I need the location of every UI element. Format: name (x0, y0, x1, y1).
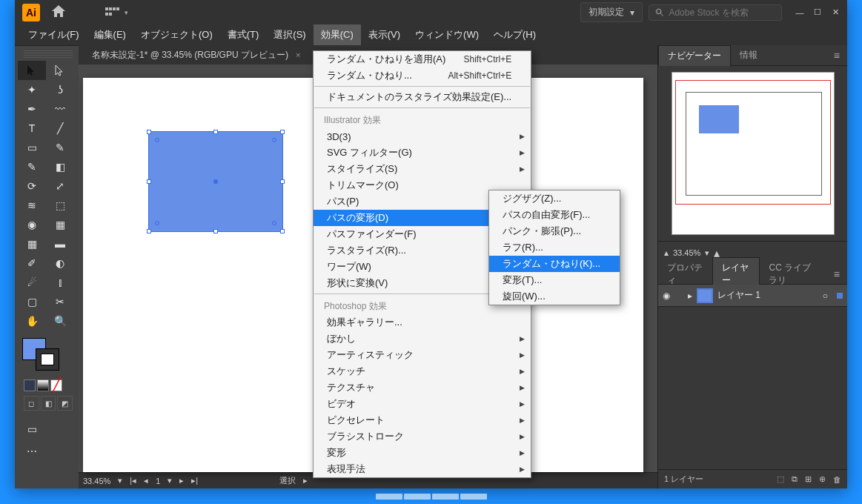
chevron-down-icon[interactable]: ▾ (168, 476, 172, 485)
navigator-thumbnail[interactable] (672, 72, 835, 235)
menu-file[interactable]: ファイル(F) (21, 24, 87, 45)
slice-tool[interactable]: ✂ (46, 292, 74, 311)
next-artboard-icon[interactable]: ▸ (179, 476, 184, 485)
rectangle-tool[interactable]: ▭ (18, 138, 46, 157)
menu-brush-strokes[interactable]: ブラシストローク (314, 428, 531, 445)
menu-stylize-ps[interactable]: 表現手法 (314, 461, 531, 477)
draw-inside[interactable]: ◩ (57, 396, 73, 411)
chevron-down-icon[interactable]: ▾ (118, 476, 122, 485)
edit-toolbar[interactable]: ⋯ (18, 442, 46, 461)
layout-switcher[interactable]: ▾ (87, 7, 128, 18)
width-tool[interactable]: ≋ (18, 196, 46, 215)
submenu-roughen[interactable]: ラフ(R)... (489, 239, 620, 256)
last-artboard-icon[interactable]: ▸| (191, 476, 198, 485)
home-icon[interactable] (52, 5, 65, 20)
menu-stylize[interactable]: スタイライズ(S) (314, 161, 531, 177)
menu-edit[interactable]: 編集(E) (87, 24, 133, 45)
eyedropper-tool[interactable]: ✐ (18, 253, 46, 273)
menu-texture[interactable]: テクスチャ (314, 379, 531, 396)
stock-search[interactable] (649, 4, 782, 21)
close-button[interactable]: ✕ (828, 7, 843, 19)
free-transform-tool[interactable]: ⬚ (46, 196, 74, 215)
tab-info[interactable]: 情報 (731, 45, 766, 65)
submenu-transform[interactable]: 変形(T)... (489, 272, 620, 288)
maximize-button[interactable]: ☐ (810, 7, 825, 19)
hand-tool[interactable]: ✋ (18, 311, 46, 331)
document-tab[interactable]: 名称未設定-1* @ 33.45% (RGB/GPU プレビュー) × (86, 46, 306, 64)
symbol-sprayer-tool[interactable]: ☄ (18, 273, 46, 292)
chevron-right-icon[interactable]: ▸ (303, 476, 308, 485)
layer-row[interactable]: ◉ ▸ レイヤー 1 ○ (658, 285, 847, 307)
menu-object[interactable]: オブジェクト(O) (133, 24, 220, 45)
minimize-button[interactable]: — (792, 7, 807, 19)
curvature-tool[interactable]: 〰 (46, 99, 74, 119)
menu-window[interactable]: ウィンドウ(W) (408, 24, 486, 45)
menu-last-effect[interactable]: ランダム・ひねり...Alt+Shift+Ctrl+E (314, 67, 531, 84)
mesh-tool[interactable]: ▦ (18, 234, 46, 253)
selected-rectangle[interactable] (148, 131, 283, 232)
gradient-mode[interactable] (37, 379, 49, 391)
menu-select[interactable]: 選択(S) (266, 24, 313, 45)
chevron-down-icon[interactable]: ▾ (705, 248, 709, 258)
submenu-zigzag[interactable]: ジグザグ(Z)... (489, 190, 620, 207)
tab-navigator[interactable]: ナビゲーター (658, 45, 731, 66)
draw-normal[interactable]: ◻ (24, 396, 39, 411)
menu-3d[interactable]: 3D(3) (314, 128, 531, 145)
new-layer-icon[interactable]: ⊕ (819, 474, 826, 484)
search-input[interactable] (669, 7, 775, 18)
scale-tool[interactable]: ⤢ (46, 176, 74, 196)
expand-icon[interactable]: ▸ (688, 291, 692, 301)
panel-menu-icon[interactable]: ≡ (826, 268, 847, 280)
menu-effect[interactable]: 効果(C) (314, 24, 361, 45)
submenu-free-distort[interactable]: パスの自由変形(F)... (489, 207, 620, 223)
column-graph-tool[interactable]: ⫿ (46, 273, 74, 292)
direct-selection-tool[interactable] (46, 61, 74, 80)
draw-behind[interactable]: ◧ (41, 396, 56, 411)
shaper-tool[interactable]: ✎ (18, 157, 46, 176)
new-sublayer-icon[interactable]: ⊞ (805, 474, 812, 484)
menu-pixelate[interactable]: ピクセレート (314, 412, 531, 428)
gradient-tool[interactable]: ▬ (46, 234, 74, 253)
menu-doc-raster-settings[interactable]: ドキュメントのラスタライズ効果設定(E)... (314, 89, 531, 105)
zoom-tool[interactable]: 🔍 (46, 311, 74, 331)
submenu-pucker-bloat[interactable]: パンク・膨張(P)... (489, 223, 620, 239)
zoom-out-icon[interactable]: ▴ (664, 248, 669, 258)
clipping-mask-icon[interactable]: ⧉ (792, 474, 798, 484)
none-mode[interactable]: ╱ (50, 379, 62, 391)
submenu-twist[interactable]: 旋回(W)... (489, 288, 620, 305)
menu-artistic[interactable]: アーティスティック (314, 347, 531, 363)
menu-video[interactable]: ビデオ (314, 396, 531, 412)
workspace-dropdown[interactable]: 初期設定 ▾ (580, 2, 643, 22)
layer-name[interactable]: レイヤー 1 (717, 289, 760, 302)
artboard-tool[interactable]: ▢ (18, 292, 46, 311)
menu-effect-gallery[interactable]: 効果ギャラリー... (314, 314, 531, 331)
panel-grip[interactable] (24, 50, 73, 58)
zoom-readout[interactable]: 33.45% (83, 477, 110, 485)
perspective-grid-tool[interactable]: ▦ (46, 215, 74, 234)
delete-layer-icon[interactable]: 🗑 (833, 475, 841, 484)
pen-tool[interactable]: ✒ (18, 99, 46, 119)
menu-apply-last-effect[interactable]: ランダム・ひねりを適用(A)Shift+Ctrl+E (314, 51, 531, 67)
stroke-swatch[interactable] (36, 348, 59, 371)
eraser-tool[interactable]: ◧ (46, 157, 74, 176)
blend-tool[interactable]: ◐ (46, 253, 74, 273)
menu-distort[interactable]: 変形 (314, 445, 531, 461)
submenu-tweak[interactable]: ランダム・ひねり(K)... (489, 256, 620, 272)
prev-artboard-icon[interactable]: ◂ (144, 476, 148, 485)
shape-builder-tool[interactable]: ◉ (18, 215, 46, 234)
fill-stroke-swatches[interactable] (22, 338, 59, 371)
menu-blur[interactable]: ぼかし (314, 331, 531, 347)
lasso-tool[interactable]: ʖ (46, 80, 74, 99)
nav-zoom-readout[interactable]: 33.45% (673, 248, 700, 257)
first-artboard-icon[interactable]: |◂ (130, 476, 136, 485)
rotate-tool[interactable]: ⟳ (18, 176, 46, 196)
menu-view[interactable]: 表示(V) (361, 24, 408, 45)
paintbrush-tool[interactable]: ✎ (46, 138, 74, 157)
menu-type[interactable]: 書式(T) (220, 24, 267, 45)
color-mode[interactable] (24, 379, 36, 391)
screen-mode[interactable]: ▭ (18, 420, 46, 439)
magic-wand-tool[interactable]: ✦ (18, 80, 46, 99)
menu-sketch[interactable]: スケッチ (314, 363, 531, 379)
line-tool[interactable]: ╱ (46, 119, 74, 138)
locate-object-icon[interactable]: ⬚ (777, 474, 784, 484)
